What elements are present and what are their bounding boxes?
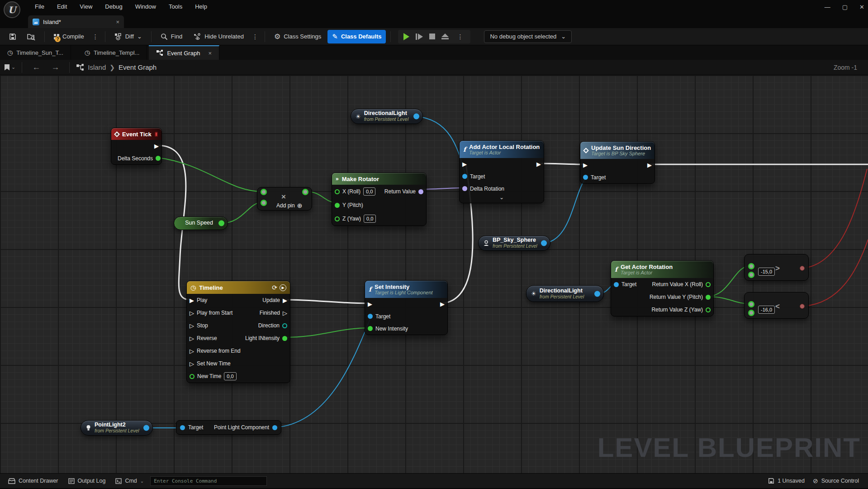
y-pitch-pin[interactable]	[335, 203, 340, 208]
z-yaw-value-input[interactable]: 0,0	[364, 215, 376, 223]
less-input-b-pin[interactable]	[748, 310, 754, 316]
play-options-kebab[interactable]: ⋮	[455, 33, 465, 40]
unsaved-indicator[interactable]: 1 Unsaved	[768, 475, 805, 487]
exec-out-pin[interactable]: ▶	[536, 161, 541, 167]
less-value-input[interactable]: -16,0	[758, 306, 775, 314]
menu-debug[interactable]: Debug	[99, 0, 128, 14]
return-z-pin[interactable]	[706, 307, 711, 312]
tab-event-graph[interactable]: Event Graph ×	[149, 45, 219, 60]
target-pin[interactable]	[368, 314, 373, 319]
node-directional-light-1[interactable]: ☀ DirectionalLight from Persistent Level	[351, 109, 423, 124]
source-control-button[interactable]: ⊘ Source Control	[813, 475, 859, 487]
node-update-sun-direction[interactable]: Update Sun Direction Target is BP Sky Sp…	[580, 141, 655, 184]
component-output-pin[interactable]	[272, 425, 277, 430]
node-less-than[interactable]: -16,0 <	[744, 292, 809, 319]
less-input-a-pin[interactable]	[748, 301, 754, 307]
hide-unrelated-button[interactable]: Hide Unrelated	[189, 30, 248, 43]
node-multiply[interactable]: × Add pin ⊕	[257, 187, 312, 211]
node-set-intensity[interactable]: f Set Intensity Target is Light Componen…	[365, 280, 448, 335]
reverse-from-end-exec-pin[interactable]: ▷	[190, 348, 194, 354]
breadcrumb-asset[interactable]: Island	[88, 63, 106, 71]
node-event-tick[interactable]: Event Tick ▶ Delta Seconds	[111, 128, 162, 165]
update-exec-pin[interactable]: ▶	[283, 297, 287, 303]
find-button[interactable]: Find	[156, 30, 187, 43]
class-settings-button[interactable]: ⚙ Class Settings	[270, 30, 326, 43]
node-add-actor-local-rotation[interactable]: f Add Actor Local Rotation Target is Act…	[459, 140, 544, 203]
tab-timeline-sun[interactable]: ◷ Timeline_Sun_T...	[0, 45, 71, 60]
menu-help[interactable]: Help	[189, 0, 213, 14]
eject-button[interactable]	[441, 34, 449, 39]
graph-canvas[interactable]: Event Tick ▶ Delta Seconds ☀ Directional…	[0, 75, 868, 473]
cmd-dropdown[interactable]: Cmd ⌄	[112, 475, 147, 487]
direction-pin[interactable]	[282, 323, 287, 328]
menu-file[interactable]: File	[29, 0, 50, 14]
greater-input-a-pin[interactable]	[748, 263, 754, 269]
asset-tab-island[interactable]: Island* ×	[28, 15, 124, 28]
menu-window[interactable]: Window	[129, 0, 162, 14]
object-output-pin[interactable]	[413, 114, 419, 120]
nav-forward-button[interactable]: →	[47, 62, 63, 72]
exec-out-pin[interactable]: ▶	[647, 162, 652, 168]
minimize-button[interactable]: —	[825, 4, 830, 10]
return-y-pin[interactable]	[706, 295, 711, 300]
tab-timeline-template[interactable]: ◷ Timeline_Templ...	[77, 45, 147, 60]
x-roll-value-input[interactable]: 0,0	[363, 187, 375, 196]
new-time-value-input[interactable]: 0,0	[224, 372, 236, 380]
exec-in-pin[interactable]: ▶	[462, 161, 467, 167]
target-pin[interactable]	[614, 282, 619, 287]
compile-button[interactable]: ? Compile	[49, 30, 89, 43]
maximize-button[interactable]: ▢	[842, 4, 848, 10]
exec-out-pin[interactable]: ▶	[440, 301, 445, 307]
z-yaw-pin[interactable]	[335, 216, 340, 221]
node-pointlight2[interactable]: PointLight2 from Persistent Level	[81, 420, 153, 436]
set-new-time-exec-pin[interactable]: ▷	[190, 361, 194, 367]
node-get-actor-rotation[interactable]: f Get Actor Rotation Target is Actor Tar…	[611, 260, 714, 316]
target-pin[interactable]	[462, 174, 467, 179]
multiply-output-pin[interactable]	[302, 189, 308, 195]
node-point-light-component[interactable]: Target Point Light Component	[176, 420, 281, 435]
greater-input-b-pin[interactable]	[748, 272, 754, 278]
advanced-pins-chevron-icon[interactable]: ⌄	[460, 195, 544, 203]
bookmarks-dropdown[interactable]: ⌄	[5, 64, 15, 71]
object-output-pin[interactable]	[541, 240, 547, 246]
target-pin[interactable]	[583, 175, 588, 180]
close-button[interactable]: ✕	[859, 4, 864, 10]
return-x-pin[interactable]	[706, 282, 711, 287]
new-time-pin[interactable]	[190, 374, 194, 379]
class-defaults-button[interactable]: ✎ Class Defaults	[327, 30, 386, 43]
exec-in-pin[interactable]: ▶	[368, 301, 372, 307]
reverse-exec-pin[interactable]: ▷	[190, 336, 194, 341]
unreal-logo[interactable]: U	[4, 1, 20, 18]
play-button[interactable]	[403, 33, 409, 40]
hide-unrelated-options-kebab[interactable]: ⋮	[250, 33, 260, 40]
frame-skip-button[interactable]	[416, 34, 423, 40]
stop-button[interactable]	[429, 34, 435, 39]
multiply-input-a-pin[interactable]	[261, 189, 267, 195]
greater-value-input[interactable]: -15,0	[758, 268, 775, 276]
node-greater-than[interactable]: -15,0 >	[744, 254, 809, 281]
delta-rotation-pin[interactable]	[462, 186, 467, 191]
exec-in-pin[interactable]: ▶	[583, 162, 588, 168]
debug-object-dropdown[interactable]: No debug object selected ⌄	[484, 30, 572, 43]
play-from-start-exec-pin[interactable]: ▷	[190, 310, 194, 316]
finished-exec-pin[interactable]: ▷	[283, 310, 287, 316]
x-roll-pin[interactable]	[335, 189, 340, 194]
float-output-pin[interactable]	[218, 221, 224, 226]
asset-tab-close-icon[interactable]: ×	[116, 19, 119, 25]
breadcrumb-graph[interactable]: Event Graph	[119, 63, 157, 71]
multiply-input-b-pin[interactable]	[261, 200, 267, 206]
less-output-pin[interactable]	[800, 304, 805, 309]
object-output-pin[interactable]	[594, 291, 600, 297]
stop-exec-pin[interactable]: ▷	[190, 323, 194, 329]
exec-out-pin[interactable]: ▶	[154, 143, 159, 149]
node-bp-sky-sphere[interactable]: BP_Sky_Sphere from Persistent Level	[478, 235, 550, 251]
menu-tools[interactable]: Tools	[163, 0, 188, 14]
diff-button[interactable]: Diff ⌄	[110, 30, 147, 43]
node-sun-speed[interactable]: Sun Speed	[174, 216, 228, 230]
compile-options-kebab[interactable]: ⋮	[90, 33, 100, 40]
save-button[interactable]	[5, 30, 21, 43]
menu-view[interactable]: View	[74, 0, 98, 14]
delta-seconds-pin[interactable]	[156, 156, 161, 161]
return-value-pin[interactable]	[418, 189, 423, 194]
greater-output-pin[interactable]	[800, 266, 805, 271]
